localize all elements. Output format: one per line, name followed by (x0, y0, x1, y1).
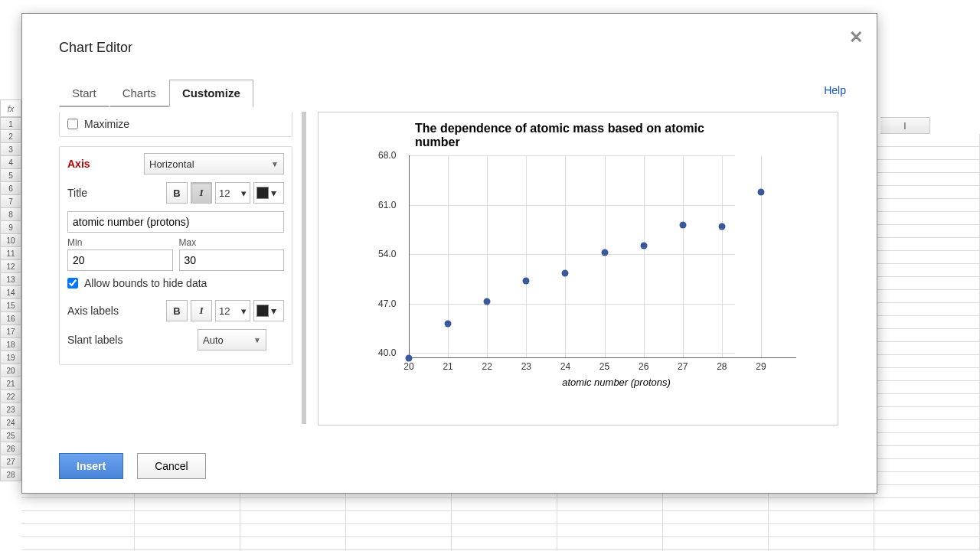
row-header[interactable]: 9 (0, 221, 21, 234)
cell[interactable] (874, 511, 980, 524)
cell[interactable] (874, 290, 980, 303)
cell[interactable] (874, 485, 980, 498)
cell[interactable] (874, 524, 980, 537)
axis-title-input[interactable] (67, 211, 284, 233)
row-header[interactable]: 24 (0, 416, 21, 429)
cell[interactable] (135, 524, 240, 537)
cell[interactable] (663, 511, 769, 524)
row-header[interactable]: 6 (0, 182, 21, 195)
row-header[interactable]: 8 (0, 208, 21, 221)
cell[interactable] (874, 186, 980, 199)
cell[interactable] (557, 498, 663, 511)
cell[interactable] (135, 537, 240, 550)
min-input[interactable] (67, 249, 173, 271)
cell[interactable] (874, 355, 980, 368)
cell[interactable] (874, 160, 980, 173)
cell[interactable] (663, 498, 769, 511)
cell[interactable] (557, 511, 663, 524)
axis-labels-color-select[interactable]: ▾ (253, 300, 284, 321)
cell[interactable] (557, 537, 663, 550)
cell[interactable] (21, 498, 135, 511)
cell[interactable] (874, 134, 980, 147)
row-header[interactable]: 5 (0, 169, 21, 182)
row-header[interactable]: 18 (0, 338, 21, 351)
row-header[interactable]: 22 (0, 390, 21, 403)
cell[interactable] (874, 173, 980, 186)
cell[interactable] (346, 537, 452, 550)
allow-bounds-checkbox[interactable] (67, 278, 78, 289)
axis-labels-font-size-select[interactable]: 12▾ (215, 300, 250, 321)
cell[interactable] (240, 498, 346, 511)
cell[interactable] (452, 511, 557, 524)
row-header[interactable]: 20 (0, 364, 21, 377)
title-color-select[interactable]: ▾ (253, 182, 284, 204)
bold-button[interactable]: B (166, 182, 188, 204)
row-header[interactable]: 4 (0, 156, 21, 169)
cell[interactable] (769, 537, 874, 550)
cell[interactable] (874, 433, 980, 446)
row-header[interactable]: 1 (0, 117, 21, 130)
cell[interactable] (346, 498, 452, 511)
row-header[interactable]: 25 (0, 429, 21, 442)
cell[interactable] (874, 303, 980, 316)
cell[interactable] (874, 342, 980, 355)
row-header[interactable]: 12 (0, 260, 21, 273)
tab-charts[interactable]: Charts (109, 80, 169, 107)
cell[interactable] (874, 498, 980, 511)
row-header[interactable]: 14 (0, 286, 21, 299)
cell[interactable] (240, 524, 346, 537)
row-header[interactable]: 21 (0, 377, 21, 390)
row-header[interactable]: 17 (0, 325, 21, 338)
axis-labels-italic-button[interactable]: I (191, 300, 212, 321)
cell[interactable] (874, 199, 980, 212)
italic-button[interactable]: I (191, 182, 212, 204)
maximize-checkbox-row[interactable]: Maximize (67, 118, 284, 130)
row-header[interactable]: 27 (0, 455, 21, 468)
cell[interactable] (663, 537, 769, 550)
help-link[interactable]: Help (824, 84, 846, 96)
row-header[interactable]: 11 (0, 247, 21, 260)
row-header[interactable]: 28 (0, 468, 21, 481)
cell[interactable] (874, 420, 980, 433)
row-header[interactable]: 3 (0, 143, 21, 156)
cell[interactable] (346, 524, 452, 537)
row-header[interactable]: 13 (0, 273, 21, 286)
insert-button[interactable]: Insert (59, 453, 123, 479)
row-header[interactable]: 19 (0, 351, 21, 364)
cell[interactable] (874, 316, 980, 329)
row-header[interactable]: 7 (0, 195, 21, 208)
cell[interactable] (874, 472, 980, 485)
tab-start[interactable]: Start (59, 80, 109, 107)
axis-select[interactable]: Horizontal ▼ (144, 153, 284, 174)
cell[interactable] (874, 225, 980, 238)
cell[interactable] (452, 524, 557, 537)
row-header[interactable]: 15 (0, 299, 21, 312)
cell[interactable] (874, 212, 980, 225)
cell[interactable] (874, 537, 980, 550)
row-header[interactable]: 23 (0, 403, 21, 416)
close-icon[interactable]: ✕ (849, 28, 863, 47)
cell[interactable] (557, 524, 663, 537)
cell[interactable] (874, 381, 980, 394)
cell[interactable] (874, 264, 980, 277)
cell[interactable] (240, 537, 346, 550)
panel-scrollbar-thumb[interactable] (302, 213, 306, 301)
cell[interactable] (135, 498, 240, 511)
cell[interactable] (874, 329, 980, 342)
row-header[interactable]: 10 (0, 234, 21, 247)
cell[interactable] (874, 459, 980, 472)
title-font-size-select[interactable]: 12▾ (215, 182, 250, 204)
cell[interactable] (874, 238, 980, 251)
tab-customize[interactable]: Customize (169, 80, 253, 107)
cell[interactable] (874, 251, 980, 264)
cell[interactable] (452, 537, 557, 550)
cell[interactable] (874, 394, 980, 407)
cell[interactable] (346, 511, 452, 524)
cell[interactable] (663, 524, 769, 537)
cell[interactable] (874, 446, 980, 459)
max-input[interactable] (179, 249, 285, 271)
cell[interactable] (240, 511, 346, 524)
slant-labels-select[interactable]: Auto ▼ (198, 329, 266, 350)
cell[interactable] (135, 511, 240, 524)
cell[interactable] (874, 277, 980, 290)
